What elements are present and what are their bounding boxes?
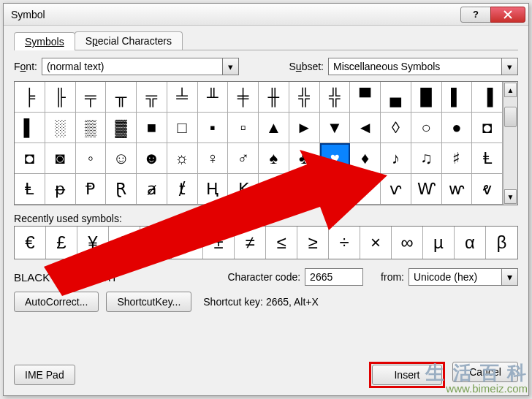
symbol-cell[interactable]: ╥ bbox=[106, 82, 137, 113]
symbol-cell[interactable]: Ⱡ bbox=[15, 174, 45, 205]
footer: IME Pad Insert Cancel bbox=[14, 354, 518, 388]
symbol-cell[interactable]: ▲ bbox=[259, 113, 289, 143]
symbol-cell[interactable]: ♯ bbox=[442, 143, 473, 174]
symbol-cell[interactable]: Ᵽ bbox=[76, 174, 107, 205]
symbol-cell[interactable]: ▫ bbox=[228, 113, 259, 143]
symbol-cell[interactable]: ╬ bbox=[289, 82, 320, 113]
symbol-cell[interactable]: ▪ bbox=[198, 113, 229, 143]
symbol-cell[interactable]: ♀ bbox=[198, 143, 229, 174]
recent-symbol-cell[interactable]: € bbox=[15, 227, 46, 259]
tab-special-characters[interactable]: Special Characters bbox=[75, 31, 183, 50]
cancel-button[interactable]: Cancel bbox=[452, 362, 518, 382]
symbol-cell[interactable]: ♂ bbox=[228, 143, 259, 174]
recent-symbol-cell[interactable]: ÷ bbox=[329, 227, 360, 259]
symbol-cell[interactable]: ► bbox=[289, 113, 320, 143]
symbol-cell[interactable]: ⱥ bbox=[137, 174, 167, 205]
symbol-cell[interactable]: Ⱳ bbox=[411, 174, 442, 205]
symbol-cell[interactable]: ♦ bbox=[350, 143, 381, 174]
symbol-cell[interactable]: ⱳ bbox=[442, 174, 473, 205]
symbol-cell[interactable]: ╬ bbox=[320, 82, 351, 113]
symbol-cell[interactable]: ▀ bbox=[350, 82, 381, 113]
recent-symbol-cell[interactable]: © bbox=[109, 227, 140, 259]
recent-symbol-cell[interactable]: ∞ bbox=[392, 227, 423, 259]
symbol-cell[interactable]: ▒ bbox=[76, 113, 107, 143]
symbol-cell[interactable]: Ɽ bbox=[106, 174, 137, 205]
symbol-cell[interactable]: ╦ bbox=[137, 82, 167, 113]
recent-symbol-cell[interactable]: ® bbox=[140, 227, 172, 259]
recent-symbol-cell[interactable]: ≠ bbox=[235, 227, 266, 259]
close-button[interactable] bbox=[490, 7, 525, 23]
symbol-cell[interactable]: ▐ bbox=[472, 82, 503, 113]
symbol-cell[interactable]: ◊ bbox=[381, 113, 411, 143]
tab-symbols[interactable]: Symbols bbox=[14, 32, 75, 50]
symbol-cell[interactable]: ▼ bbox=[320, 113, 351, 143]
recent-symbol-cell[interactable]: £ bbox=[46, 227, 77, 259]
symbol-cell[interactable]: ◘ bbox=[15, 143, 45, 174]
symbol-cell[interactable]: ╨ bbox=[198, 82, 229, 113]
symbol-cell[interactable]: Ⱡ bbox=[472, 143, 503, 174]
scroll-up-button[interactable]: ▲ bbox=[504, 83, 517, 97]
scroll-track[interactable] bbox=[503, 98, 517, 189]
symbol-cell[interactable]: Ⱬ bbox=[259, 174, 289, 205]
scrollbar[interactable]: ▲ ▼ bbox=[503, 82, 517, 205]
insert-button[interactable]: Insert bbox=[372, 365, 442, 385]
scroll-thumb[interactable] bbox=[504, 107, 517, 127]
symbol-cell[interactable]: ╫ bbox=[259, 82, 289, 113]
symbol-cell[interactable]: █ bbox=[411, 82, 442, 113]
symbol-cell[interactable]: Ⱨ bbox=[198, 174, 229, 205]
symbol-cell[interactable]: ◘ bbox=[472, 113, 503, 143]
symbol-cell[interactable]: ⱦ bbox=[167, 174, 198, 205]
subset-combo[interactable]: Miscellaneous Symbols ▾ bbox=[328, 58, 518, 75]
recent-symbol-cell[interactable]: ™ bbox=[172, 227, 203, 259]
symbol-cell[interactable]: ᵽ bbox=[45, 174, 76, 205]
symbol-cell[interactable]: ☼ bbox=[167, 143, 198, 174]
symbol-cell[interactable]: ■ bbox=[137, 113, 167, 143]
symbol-cell[interactable]: ▌ bbox=[442, 82, 473, 113]
symbol-cell[interactable]: ╞ bbox=[15, 82, 45, 113]
symbol-cell[interactable]: ○ bbox=[411, 113, 442, 143]
symbol-cell[interactable]: ♪ bbox=[381, 143, 411, 174]
symbol-cell[interactable]: Ⱪ bbox=[228, 174, 259, 205]
recent-symbol-cell[interactable]: × bbox=[360, 227, 392, 259]
symbol-cell[interactable]: ● bbox=[442, 113, 473, 143]
recent-symbol-cell[interactable]: β bbox=[486, 227, 517, 259]
charcode-input[interactable]: 2665 bbox=[305, 268, 363, 286]
recent-symbol-cell[interactable]: ¥ bbox=[77, 227, 109, 259]
close-icon bbox=[503, 10, 512, 19]
help-button[interactable]: ? bbox=[460, 7, 491, 23]
symbol-cell[interactable]: ╧ bbox=[167, 82, 198, 113]
recent-symbol-cell[interactable]: µ bbox=[423, 227, 455, 259]
symbol-cell[interactable]: ▓ bbox=[106, 113, 137, 143]
symbol-cell[interactable]: Ɐ bbox=[350, 174, 381, 205]
symbol-cell[interactable]: ◦ bbox=[76, 143, 107, 174]
symbol-cell[interactable]: ⱴ bbox=[472, 174, 503, 205]
recent-symbol-cell[interactable]: ≥ bbox=[297, 227, 329, 259]
symbol-cell[interactable]: ░ bbox=[45, 113, 76, 143]
symbol-cell[interactable]: ◙ bbox=[45, 143, 76, 174]
symbol-cell[interactable]: ☻ bbox=[137, 143, 167, 174]
symbol-cell[interactable]: ╟ bbox=[45, 82, 76, 113]
symbol-cell[interactable]: ♫ bbox=[411, 143, 442, 174]
symbol-cell[interactable]: ╤ bbox=[76, 82, 107, 113]
symbol-cell[interactable]: ♥ bbox=[320, 143, 351, 174]
recent-symbol-cell[interactable]: α bbox=[455, 227, 486, 259]
symbol-cell[interactable]: Ɑ bbox=[289, 174, 320, 205]
symbol-cell[interactable]: ⱱ bbox=[381, 174, 411, 205]
symbol-cell[interactable]: ☺ bbox=[106, 143, 137, 174]
symbol-cell[interactable]: □ bbox=[167, 113, 198, 143]
symbol-cell[interactable]: ▄ bbox=[381, 82, 411, 113]
symbol-cell[interactable]: ▌ bbox=[15, 113, 45, 143]
symbol-cell[interactable]: ◄ bbox=[350, 113, 381, 143]
autocorrect-button[interactable]: AutoCorrect... bbox=[14, 292, 99, 312]
symbol-cell[interactable]: ╪ bbox=[228, 82, 259, 113]
symbol-cell[interactable]: Ɱ bbox=[320, 174, 351, 205]
font-combo[interactable]: (normal text) ▾ bbox=[42, 58, 239, 75]
ime-pad-button[interactable]: IME Pad bbox=[14, 365, 75, 385]
scroll-down-button[interactable]: ▼ bbox=[504, 189, 517, 204]
symbol-cell[interactable]: ♠ bbox=[259, 143, 289, 174]
shortcut-key-button[interactable]: Shortcut Key... bbox=[106, 292, 191, 312]
recent-symbol-cell[interactable]: ≤ bbox=[266, 227, 297, 259]
symbol-cell[interactable]: ♣ bbox=[289, 143, 320, 174]
recent-symbol-cell[interactable]: ± bbox=[203, 227, 235, 259]
from-combo[interactable]: Unicode (hex) ▾ bbox=[408, 268, 518, 286]
